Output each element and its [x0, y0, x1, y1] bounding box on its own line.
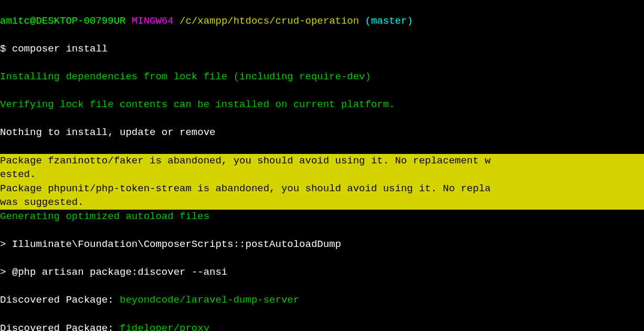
discovered-label: Discovered Package:: [0, 294, 120, 306]
mingw-label: MINGW64: [132, 15, 174, 27]
user-host: amitc@DESKTOP-00799UR: [0, 15, 125, 27]
output-nothing: Nothing to install, update or remove: [0, 126, 644, 140]
warning-line-4: was suggested.: [0, 195, 644, 210]
command-text: composer install: [12, 43, 108, 55]
git-branch: (master): [365, 15, 413, 27]
output-installing: Installing dependencies from lock file (…: [0, 70, 644, 84]
warning-line-2: ested.: [0, 168, 644, 182]
terminal-output[interactable]: amitc@DESKTOP-00799UR MINGW64 /c/xampp/h…: [0, 0, 644, 331]
output-verifying: Verifying lock file contents can be inst…: [0, 98, 644, 112]
warning-line-1: Package fzaninotto/faker is abandoned, y…: [0, 154, 644, 168]
warning-line-3: Package phpunit/php-token-stream is aban…: [0, 182, 644, 196]
prompt-symbol: $: [0, 43, 6, 55]
command-line-1: $ composer install: [0, 42, 644, 56]
discovered-package-2: Discovered Package: fideloper/proxy: [0, 322, 644, 331]
prompt-line-1: amitc@DESKTOP-00799UR MINGW64 /c/xampp/h…: [0, 14, 644, 28]
output-composer-scripts: > Illuminate\Foundation\ComposerScripts:…: [0, 237, 644, 252]
cwd-path: /c/xampp/htdocs/crud-operation: [180, 15, 359, 27]
output-generating: Generating optimized autoload files: [0, 210, 644, 224]
discovered-package-1: Discovered Package: beyondcode/laravel-d…: [0, 293, 644, 307]
package-name: fideloper/proxy: [120, 323, 209, 331]
discovered-label: Discovered Package:: [0, 323, 120, 331]
package-name: beyondcode/laravel-dump-server: [120, 294, 299, 306]
output-artisan: > @php artisan package:discover --ansi: [0, 265, 644, 280]
